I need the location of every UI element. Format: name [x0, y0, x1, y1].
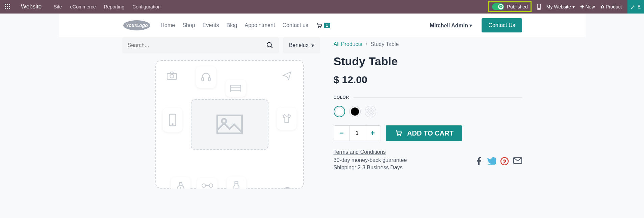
svg-point-20	[397, 135, 398, 136]
new-button[interactable]: ✚ New	[580, 4, 595, 9]
breadcrumb-root[interactable]: All Products	[334, 41, 362, 47]
email-icon[interactable]	[513, 157, 522, 164]
color-label: COLOR	[334, 95, 349, 100]
pinterest-icon[interactable]	[500, 157, 509, 165]
watch-icon	[171, 177, 190, 189]
bottle-icon	[227, 176, 246, 189]
svg-point-3	[318, 27, 319, 28]
swatch-transparent[interactable]	[365, 106, 376, 117]
svg-point-22	[501, 158, 508, 165]
svg-point-5	[267, 43, 271, 47]
svg-rect-8	[202, 77, 204, 81]
site-logo[interactable]: YourLogo	[122, 19, 151, 31]
cart-count: 1	[324, 23, 330, 28]
published-toggle-group[interactable]: Published	[488, 1, 532, 12]
camera-icon	[166, 71, 178, 80]
top-bar: Website Site eCommerce Reporting Configu…	[0, 0, 644, 14]
svg-point-17	[209, 184, 213, 188]
published-toggle[interactable]	[492, 3, 504, 10]
nav-events[interactable]: Events	[203, 22, 219, 28]
twitter-icon[interactable]	[487, 157, 496, 165]
svg-rect-13	[217, 115, 242, 133]
search-icon[interactable]	[266, 42, 274, 49]
my-website-dropdown[interactable]: My Website ▾	[546, 4, 575, 9]
svg-point-12	[172, 124, 173, 125]
search-field-wrap	[122, 37, 279, 53]
apps-icon[interactable]	[5, 4, 11, 10]
menu-ecommerce[interactable]: eCommerce	[70, 4, 96, 9]
svg-rect-18	[235, 182, 238, 184]
search-input[interactable]	[128, 42, 266, 48]
location-dropdown[interactable]: Benelux ▾	[283, 37, 320, 53]
nav-appointment[interactable]: Appointment	[245, 22, 275, 28]
divider	[354, 97, 522, 98]
phone-icon	[163, 108, 182, 132]
qty-input[interactable]	[350, 126, 365, 141]
app-brand[interactable]: Website	[21, 3, 42, 10]
breadcrumb-current: Study Table	[370, 41, 398, 47]
product-button[interactable]: ✿ Product	[600, 4, 622, 9]
cart-icon	[394, 129, 403, 137]
headphones-icon	[196, 66, 216, 88]
terms-link[interactable]: Terms and Conditions	[334, 149, 522, 155]
color-attribute-row: COLOR	[334, 95, 522, 100]
user-menu[interactable]: Mitchell Admin ▾	[430, 22, 472, 29]
tshirt-icon	[277, 107, 297, 130]
svg-point-16	[202, 184, 206, 188]
breadcrumb: All Products / Study Table	[334, 41, 522, 47]
image-icon	[191, 99, 268, 150]
ball-icon	[282, 187, 293, 189]
swatch-black[interactable]	[349, 106, 361, 117]
svg-rect-9	[208, 77, 210, 81]
svg-point-4	[320, 27, 321, 28]
svg-point-7	[170, 74, 174, 78]
svg-rect-10	[231, 87, 241, 90]
site-header: YourLogo Home Shop Events Blog Appointme…	[59, 14, 586, 37]
social-share	[475, 157, 522, 165]
pencil-icon	[631, 4, 636, 9]
cart-button[interactable]: 1	[316, 22, 330, 29]
swatch-white[interactable]	[334, 106, 345, 117]
nav-blog[interactable]: Blog	[226, 22, 237, 28]
product-image-placeholder[interactable]	[155, 60, 304, 189]
plane-icon	[282, 70, 293, 80]
add-to-cart-button[interactable]: ADD TO CART	[386, 125, 462, 141]
main-content: Benelux ▾ All Products /	[59, 37, 586, 189]
qty-plus-button[interactable]: +	[365, 126, 381, 141]
mobile-preview-icon[interactable]	[537, 4, 541, 10]
nav-home[interactable]: Home	[161, 22, 175, 28]
product-title: Study Table	[334, 55, 522, 68]
shipping-text: Shipping: 2-3 Business Days	[334, 165, 522, 171]
svg-point-21	[400, 135, 401, 136]
facebook-icon[interactable]	[475, 157, 482, 165]
color-swatches	[334, 106, 522, 117]
published-label: Published	[507, 4, 528, 9]
contact-us-button[interactable]: Contact Us	[482, 18, 522, 32]
caret-down-icon: ▾	[311, 42, 314, 49]
nav-shop[interactable]: Shop	[182, 22, 195, 28]
bed-icon	[226, 80, 246, 97]
menu-reporting[interactable]: Reporting	[104, 4, 124, 9]
menu-configuration[interactable]: Configuration	[132, 4, 160, 9]
nav-contact[interactable]: Contact us	[282, 22, 308, 28]
breadcrumb-separator: /	[366, 41, 367, 47]
site-nav: Home Shop Events Blog Appointment Contac…	[161, 22, 308, 28]
cart-icon	[316, 22, 323, 29]
glasses-icon	[197, 178, 217, 189]
svg-text:YourLogo: YourLogo	[126, 23, 148, 28]
check-icon	[499, 5, 503, 8]
edit-button[interactable]: E	[627, 0, 644, 14]
quantity-stepper: − +	[334, 125, 381, 141]
product-price: $ 12.00	[334, 74, 522, 86]
menu-site[interactable]: Site	[54, 4, 62, 9]
qty-minus-button[interactable]: −	[334, 126, 350, 141]
